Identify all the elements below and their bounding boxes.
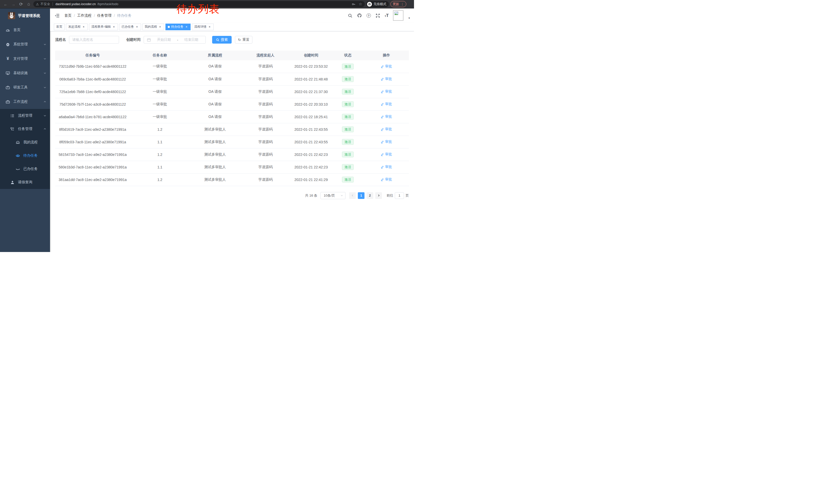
app-header: 首页 / 工作流程 / 任务管理 / 待办任务 ? тT xyxy=(50,8,414,22)
sidebar-item-my-process[interactable]: 我的流程 xyxy=(0,136,50,149)
view-tab[interactable]: 首页 × xyxy=(54,24,65,30)
divider xyxy=(52,2,53,6)
forward-icon[interactable]: → xyxy=(10,1,16,7)
approve-button[interactable]: 审批 xyxy=(381,139,392,144)
page-button-1[interactable]: 1 xyxy=(358,192,365,199)
sidebar-item-system[interactable]: 系统管理 xyxy=(0,37,50,51)
status-badge: 激活 xyxy=(342,139,354,145)
approve-label: 审批 xyxy=(385,114,392,119)
sidebar-item-workflow[interactable]: 工作流程 xyxy=(0,95,50,109)
approve-button[interactable]: 审批 xyxy=(381,165,392,169)
menu-kebab-icon[interactable]: ⋮ xyxy=(401,2,404,6)
search-icon[interactable] xyxy=(347,13,353,18)
approve-button[interactable]: 审批 xyxy=(381,102,392,106)
close-icon[interactable]: × xyxy=(158,25,162,29)
chevron-down-icon xyxy=(43,72,46,75)
cell-create-time: 2022-01-22 23:53:32 xyxy=(290,60,332,73)
tab-label: 首页 xyxy=(56,25,62,29)
view-tab[interactable]: 我的流程 × xyxy=(142,24,164,30)
approve-button[interactable]: 审批 xyxy=(381,177,392,182)
cell-create-time: 2022-01-22 20:33:10 xyxy=(290,98,332,110)
sidebar-item-devtools[interactable]: 研发工具 xyxy=(0,80,50,95)
avatar[interactable] xyxy=(393,10,404,21)
cell-starter: 芋道源码 xyxy=(241,98,290,110)
list-icon xyxy=(10,113,15,118)
process-name-label: 流程名 xyxy=(55,37,66,42)
cell-task-id: a6aba0a4-7b6d-11ec-b781-acde48001122 xyxy=(55,110,130,123)
key-icon[interactable] xyxy=(351,2,356,7)
sidebar-item-label: 基础设施 xyxy=(13,71,40,75)
edit-pencil-icon xyxy=(381,102,384,106)
sidebar-item-todo-tasks[interactable]: 待办任务 xyxy=(0,149,50,162)
reset-button-label: 重置 xyxy=(242,37,249,42)
app-logo-row[interactable]: 芋道管理系统 xyxy=(0,8,50,23)
bookmark-star-icon[interactable]: ☆ xyxy=(359,2,362,6)
goto-page-input[interactable]: 1 xyxy=(395,192,404,199)
font-size-icon[interactable]: тT xyxy=(385,13,389,18)
caret-down-icon[interactable]: ▾ xyxy=(408,16,410,21)
date-range-picker[interactable]: 开始日期 - 结束日期 xyxy=(143,36,206,44)
sidebar-item-done-tasks[interactable]: 已办任务 xyxy=(0,162,50,176)
update-button[interactable]: 更新 ⋮ xyxy=(390,1,406,7)
reset-button[interactable]: ↻ 重置 xyxy=(235,36,252,44)
view-tab[interactable]: 待办任务 × xyxy=(165,24,191,30)
cell-starter: 芋道源码 xyxy=(241,110,290,123)
chevron-down-icon xyxy=(43,114,46,117)
sidebar-item-leave-query[interactable]: 请假查询 xyxy=(0,176,50,189)
status-badge: 激活 xyxy=(342,101,354,107)
edit-pencil-icon xyxy=(381,90,384,93)
approve-button[interactable]: 审批 xyxy=(381,152,392,156)
approve-button[interactable]: 审批 xyxy=(381,77,392,81)
breadcrumb-workflow[interactable]: 工作流程 xyxy=(77,13,92,18)
process-name-input[interactable]: 请输入流程名 xyxy=(69,36,119,44)
close-icon[interactable]: × xyxy=(82,25,85,29)
approve-label: 审批 xyxy=(385,102,392,106)
page-size-select[interactable]: 10条/页 xyxy=(320,192,345,199)
help-icon[interactable]: ? xyxy=(367,13,371,18)
sidebar-item-task-mgmt[interactable]: 任务管理 xyxy=(0,122,50,136)
close-icon[interactable]: × xyxy=(185,25,188,29)
tab-label: 流程详情 xyxy=(194,25,206,29)
view-tab[interactable]: 发起流程 × xyxy=(66,24,88,30)
chevron-down-icon xyxy=(340,194,343,197)
cell-task-id: 8f0d1619-7ac8-11ec-a9e2-a2380e71991a xyxy=(55,123,130,136)
back-icon[interactable]: ← xyxy=(3,1,9,7)
edit-pencil-icon xyxy=(381,78,384,81)
edit-pencil-icon xyxy=(381,65,384,68)
page-button-2[interactable]: 2 xyxy=(367,192,373,199)
breadcrumb-home[interactable]: 首页 xyxy=(65,13,72,18)
next-page-button[interactable] xyxy=(375,192,382,199)
close-icon[interactable]: × xyxy=(135,25,139,29)
fullscreen-icon[interactable] xyxy=(375,13,380,18)
sidebar-item-process-mgmt[interactable]: 流程管理 xyxy=(0,109,50,122)
dashboard-gauge-icon xyxy=(6,28,10,32)
reload-icon[interactable]: ⟳ xyxy=(18,1,24,7)
github-icon[interactable] xyxy=(357,13,362,18)
approve-button[interactable]: 审批 xyxy=(381,114,392,119)
active-dot xyxy=(168,26,170,28)
sidebar-item-payment[interactable]: ¥ 支付管理 xyxy=(0,51,50,66)
gear-icon xyxy=(6,42,10,47)
view-tab[interactable]: 流程详情 × xyxy=(192,24,214,30)
prev-page-button[interactable] xyxy=(349,192,356,199)
approve-button[interactable]: 审批 xyxy=(381,127,392,132)
goto-label: 前往 xyxy=(386,193,393,198)
sidebar-collapse-icon[interactable] xyxy=(55,13,60,18)
view-tab[interactable]: 流程表单-编辑 × xyxy=(89,24,118,30)
status-badge: 激活 xyxy=(342,63,354,70)
cell-task-id: 8f059c03-7ac8-11ec-a9e2-a2380e71991a xyxy=(55,136,130,148)
input-placeholder: 请输入流程名 xyxy=(72,37,93,42)
sidebar-item-infrastructure[interactable]: 基础设施 xyxy=(0,66,50,80)
close-icon[interactable]: × xyxy=(208,25,211,29)
cell-starter: 芋道源码 xyxy=(241,60,290,73)
sidebar-item-home[interactable]: 首页 xyxy=(0,23,50,37)
view-tab[interactable]: 已办任务 × xyxy=(119,24,141,30)
approve-button[interactable]: 审批 xyxy=(381,89,392,94)
refresh-icon: ↻ xyxy=(238,38,241,42)
home-icon[interactable]: ⌂ xyxy=(26,1,32,7)
approve-button[interactable]: 审批 xyxy=(381,64,392,69)
breadcrumb-task-mgmt[interactable]: 任务管理 xyxy=(97,13,112,18)
close-icon[interactable]: × xyxy=(112,25,116,29)
search-button[interactable]: 搜索 xyxy=(212,36,232,44)
cell-starter: 芋道源码 xyxy=(241,123,290,136)
